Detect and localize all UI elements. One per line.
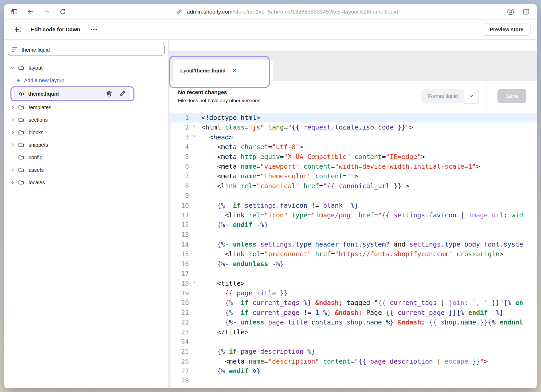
reload-icon[interactable] xyxy=(59,8,67,16)
code-line-text[interactable]: <meta http-equiv="X-UA-Compatible" conte… xyxy=(198,152,425,162)
code-line[interactable]: 7 <meta name="theme-color" content=""> xyxy=(171,171,537,181)
tab-layout-theme-liquid[interactable]: layout/theme.liquid × xyxy=(173,60,273,81)
code-line[interactable]: 8 <link rel="canonical" href="{{ canonic… xyxy=(171,181,537,191)
code-line[interactable]: 11 <link rel="icon" type="image/png" hre… xyxy=(171,210,537,220)
chevron-right-icon[interactable] xyxy=(9,142,16,148)
code-line[interactable]: 21 {%- if current_page != 1 %} &ndash; P… xyxy=(171,308,537,317)
code-line-text[interactable]: <!doctype html> xyxy=(198,113,260,123)
code-line-text[interactable]: <link rel="icon" type="image/png" href="… xyxy=(198,210,523,220)
code-line-text[interactable]: <meta charset="utf-8"> xyxy=(198,142,303,152)
code-line-text[interactable]: <meta name="theme-color" content=""> xyxy=(198,171,358,181)
code-line-text[interactable]: {% render 'meta-tags' %} xyxy=(198,386,311,388)
sidebar-toggle-icon[interactable] xyxy=(10,8,18,16)
code-line[interactable]: 3 <head> xyxy=(171,132,537,142)
code-line-text[interactable]: {%- unless settings.type_header_font.sys… xyxy=(198,240,523,249)
code-line[interactable]: 14 {%- unless settings.type_header_font.… xyxy=(171,240,537,249)
code-line[interactable]: 29 {% render 'meta-tags' %} xyxy=(171,386,537,388)
code-line[interactable]: 16 {%- endunless -%} xyxy=(171,259,537,269)
code-line[interactable]: 24 xyxy=(171,337,537,347)
code-line-text[interactable] xyxy=(198,376,205,386)
sidebar-item-config[interactable]: config xyxy=(4,151,168,164)
code-line-text[interactable]: <html class="js" lang="{{ request.locale… xyxy=(198,123,413,132)
code-line[interactable]: 5 <meta http-equiv="X-UA-Compatible" con… xyxy=(171,152,537,162)
preview-store-button[interactable]: Preview store xyxy=(483,23,531,36)
fold-caret-icon[interactable] xyxy=(192,280,196,284)
format-options-dropdown[interactable] xyxy=(464,89,479,103)
code-lines[interactable]: 1<!doctype html>2<html class="js" lang="… xyxy=(171,111,537,388)
code-line-text[interactable]: <link rel="canonical" href="{{ canonical… xyxy=(198,181,409,191)
code-line-text[interactable]: <title> xyxy=(198,279,245,288)
code-line-text[interactable]: {%- if current_tags %} &ndash; tagged "{… xyxy=(198,298,523,308)
chevron-right-icon[interactable] xyxy=(9,117,16,123)
code-line[interactable]: 25 {% if page_description %} xyxy=(171,347,537,356)
code-line[interactable]: 13 xyxy=(171,230,537,240)
code-line-text[interactable]: {%- if current_page != 1 %} &ndash; Page… xyxy=(198,308,503,317)
split-view-icon[interactable] xyxy=(522,8,530,16)
code-area[interactable]: 1<!doctype html>2<html class="js" lang="… xyxy=(169,111,537,388)
code-line[interactable]: 15 <link rel="preconnect" href="https://… xyxy=(171,249,537,259)
code-line[interactable]: 23 </title> xyxy=(171,327,537,337)
sidebar-item-sections[interactable]: sections xyxy=(4,114,168,126)
code-line[interactable]: 22 {%- unless page_title contains shop.n… xyxy=(171,317,537,327)
code-line[interactable]: 19 {{ page_title }} xyxy=(171,288,537,298)
code-line[interactable]: 6 <meta name="viewport" content="width=d… xyxy=(171,162,537,171)
chevron-right-icon[interactable] xyxy=(9,179,16,186)
code-line-text[interactable]: {%- endif -%} xyxy=(198,220,268,230)
code-line-text[interactable] xyxy=(198,230,205,240)
code-line[interactable]: 27 {% endif %} xyxy=(171,366,537,376)
code-line-text[interactable] xyxy=(198,337,205,347)
code-line[interactable]: 18 <title> xyxy=(171,279,537,288)
chevron-down-icon[interactable] xyxy=(9,64,16,71)
code-line[interactable]: 9 xyxy=(171,191,537,200)
format-liquid-button[interactable]: Format liquid xyxy=(421,89,464,103)
code-line-text[interactable]: {{ page_title }} xyxy=(198,288,288,298)
code-line-text[interactable]: <meta name="description" content="{{ pag… xyxy=(198,357,488,366)
chevron-right-icon[interactable] xyxy=(9,167,16,173)
code-line[interactable]: 12 {%- endif -%} xyxy=(171,220,537,230)
add-new-layout-link[interactable]: +Add a new layout xyxy=(4,74,168,87)
sidebar-item-blocks[interactable]: blocks xyxy=(4,126,168,139)
code-line-text[interactable]: <meta name="viewport" content="width=dev… xyxy=(198,162,480,171)
code-line-text[interactable] xyxy=(198,191,205,200)
code-line[interactable]: 10 {%- if settings.favicon != blank -%} xyxy=(171,201,537,210)
code-line-text[interactable]: {%- if settings.favicon != blank -%} xyxy=(198,201,358,210)
address-bar[interactable]: admin.shopify.com/store/rzq1xu-f5/themes… xyxy=(67,8,507,16)
code-line-text[interactable]: {% endif %} xyxy=(198,366,260,376)
code-line-text[interactable]: {%- unless page_title contains shop.name… xyxy=(198,317,523,327)
sidebar-item-snippets[interactable]: snippets xyxy=(4,139,168,151)
code-line[interactable]: 26 <meta name="description" content="{{ … xyxy=(171,357,537,366)
code-line-text[interactable]: {% if page_description %} xyxy=(198,347,315,356)
fold-caret-icon[interactable] xyxy=(192,124,196,128)
code-line[interactable]: 2<html class="js" lang="{{ request.local… xyxy=(171,123,537,132)
rename-file-icon[interactable] xyxy=(119,90,126,97)
fold-caret-icon[interactable] xyxy=(192,134,196,138)
code-line-text[interactable]: {%- endunless -%} xyxy=(198,259,284,269)
code-line-text[interactable] xyxy=(198,269,205,278)
back-arrow-icon[interactable] xyxy=(27,8,34,16)
code-line[interactable]: 17 xyxy=(171,269,537,278)
selected-file-row: theme.liquid xyxy=(10,87,134,101)
close-icon[interactable]: × xyxy=(232,67,236,74)
code-line[interactable]: 1<!doctype html> xyxy=(171,113,537,123)
sidebar-item-templates[interactable]: templates xyxy=(4,101,168,114)
more-actions-icon[interactable]: ••• xyxy=(91,27,98,32)
code-line-text[interactable]: <link rel="preconnect" href="https://fon… xyxy=(198,249,503,259)
code-line-text[interactable]: </title> xyxy=(198,327,249,337)
code-line-text[interactable]: <head> xyxy=(198,132,233,142)
browser-settings-icon[interactable] xyxy=(507,8,514,16)
chevron-right-icon[interactable] xyxy=(9,129,16,136)
exit-icon[interactable] xyxy=(15,26,22,33)
delete-file-icon[interactable] xyxy=(106,90,113,97)
code-line[interactable]: 4 <meta charset="utf-8"> xyxy=(171,142,537,152)
save-button[interactable]: Save xyxy=(497,89,526,103)
sidebar-item-layout[interactable]: layout xyxy=(4,62,168,74)
sidebar-item-locales[interactable]: locales xyxy=(4,176,168,189)
sidebar-item-assets[interactable]: assets xyxy=(4,164,168,176)
line-number: 26 xyxy=(171,357,198,366)
code-line[interactable]: 28 xyxy=(171,376,537,386)
chevron-right-icon[interactable] xyxy=(9,104,16,111)
sidebar-file-theme-liquid[interactable]: theme.liquid xyxy=(14,88,130,100)
forward-arrow-icon[interactable] xyxy=(43,8,51,16)
code-line[interactable]: 20 {%- if current_tags %} &ndash; tagged… xyxy=(171,298,537,308)
file-search-input[interactable]: theme.liquid xyxy=(8,44,165,56)
